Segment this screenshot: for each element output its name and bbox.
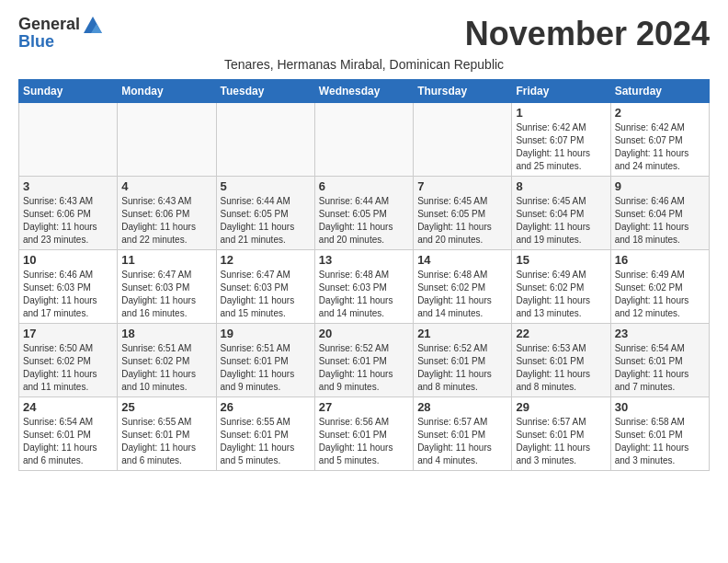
day-info: Sunrise: 6:52 AMSunset: 6:01 PMDaylight:… xyxy=(417,342,507,394)
day-info: Sunrise: 6:45 AMSunset: 6:04 PMDaylight:… xyxy=(516,195,606,247)
day-number: 12 xyxy=(221,253,311,267)
weekday-header-wednesday: Wednesday xyxy=(314,80,413,103)
calendar-day-cell: 22Sunrise: 6:53 AMSunset: 6:01 PMDayligh… xyxy=(512,324,610,397)
calendar-day-cell: 27Sunrise: 6:56 AMSunset: 6:01 PMDayligh… xyxy=(314,397,413,471)
day-number: 1 xyxy=(516,106,606,120)
calendar-day-cell: 19Sunrise: 6:51 AMSunset: 6:01 PMDayligh… xyxy=(216,324,314,397)
day-number: 18 xyxy=(121,327,211,340)
day-number: 23 xyxy=(615,327,705,340)
day-number: 8 xyxy=(516,179,606,193)
day-number: 6 xyxy=(319,179,409,193)
calendar-day-cell: 5Sunrise: 6:44 AMSunset: 6:05 PMDaylight… xyxy=(216,177,314,250)
logo-blue-text: Blue xyxy=(18,32,54,52)
calendar-day-cell: 26Sunrise: 6:55 AMSunset: 6:01 PMDayligh… xyxy=(216,397,314,471)
calendar-week-row: 1Sunrise: 6:42 AMSunset: 6:07 PMDaylight… xyxy=(19,103,710,177)
day-number: 24 xyxy=(23,400,113,414)
day-number: 16 xyxy=(615,253,705,267)
day-number: 9 xyxy=(615,179,705,193)
day-number: 22 xyxy=(516,327,606,340)
calendar-day-cell: 18Sunrise: 6:51 AMSunset: 6:02 PMDayligh… xyxy=(118,324,216,397)
calendar-day-cell: 11Sunrise: 6:47 AMSunset: 6:03 PMDayligh… xyxy=(118,250,216,324)
calendar-day-cell xyxy=(118,103,216,177)
calendar-day-cell: 17Sunrise: 6:50 AMSunset: 6:02 PMDayligh… xyxy=(19,324,118,397)
day-number: 13 xyxy=(319,253,409,267)
weekday-header-monday: Monday xyxy=(118,80,216,103)
day-info: Sunrise: 6:57 AMSunset: 6:01 PMDaylight:… xyxy=(516,416,606,467)
calendar-day-cell: 13Sunrise: 6:48 AMSunset: 6:03 PMDayligh… xyxy=(314,250,413,324)
calendar-week-row: 24Sunrise: 6:54 AMSunset: 6:01 PMDayligh… xyxy=(19,397,710,471)
month-title: November 2024 xyxy=(465,15,710,53)
calendar-day-cell: 28Sunrise: 6:57 AMSunset: 6:01 PMDayligh… xyxy=(414,397,512,471)
day-info: Sunrise: 6:54 AMSunset: 6:01 PMDaylight:… xyxy=(23,416,113,467)
day-number: 30 xyxy=(615,400,705,414)
weekday-header-row: SundayMondayTuesdayWednesdayThursdayFrid… xyxy=(19,80,710,103)
day-info: Sunrise: 6:55 AMSunset: 6:01 PMDaylight:… xyxy=(121,416,211,467)
day-info: Sunrise: 6:52 AMSunset: 6:01 PMDaylight:… xyxy=(319,342,409,394)
day-info: Sunrise: 6:42 AMSunset: 6:07 PMDaylight:… xyxy=(516,121,606,173)
weekday-header-friday: Friday xyxy=(512,80,610,103)
day-info: Sunrise: 6:43 AMSunset: 6:06 PMDaylight:… xyxy=(121,195,211,247)
calendar-day-cell: 29Sunrise: 6:57 AMSunset: 6:01 PMDayligh… xyxy=(512,397,610,471)
calendar-day-cell: 21Sunrise: 6:52 AMSunset: 6:01 PMDayligh… xyxy=(414,324,512,397)
day-number: 25 xyxy=(121,400,211,414)
day-info: Sunrise: 6:56 AMSunset: 6:01 PMDaylight:… xyxy=(319,416,409,467)
calendar-day-cell: 4Sunrise: 6:43 AMSunset: 6:06 PMDaylight… xyxy=(118,177,216,250)
day-number: 21 xyxy=(417,327,507,340)
day-info: Sunrise: 6:42 AMSunset: 6:07 PMDaylight:… xyxy=(615,121,705,173)
calendar-day-cell: 15Sunrise: 6:49 AMSunset: 6:02 PMDayligh… xyxy=(512,250,610,324)
day-number: 15 xyxy=(516,253,606,267)
calendar-day-cell: 2Sunrise: 6:42 AMSunset: 6:07 PMDaylight… xyxy=(610,103,709,177)
weekday-header-tuesday: Tuesday xyxy=(216,80,314,103)
calendar-day-cell xyxy=(19,103,118,177)
day-info: Sunrise: 6:58 AMSunset: 6:01 PMDaylight:… xyxy=(615,416,705,467)
calendar-day-cell: 24Sunrise: 6:54 AMSunset: 6:01 PMDayligh… xyxy=(19,397,118,471)
calendar-day-cell: 30Sunrise: 6:58 AMSunset: 6:01 PMDayligh… xyxy=(610,397,709,471)
day-info: Sunrise: 6:54 AMSunset: 6:01 PMDaylight:… xyxy=(615,342,705,394)
logo: General Blue xyxy=(18,15,102,52)
day-number: 28 xyxy=(417,400,507,414)
day-info: Sunrise: 6:48 AMSunset: 6:03 PMDaylight:… xyxy=(319,269,409,320)
day-number: 29 xyxy=(516,400,606,414)
calendar-day-cell: 9Sunrise: 6:46 AMSunset: 6:04 PMDaylight… xyxy=(610,177,709,250)
day-info: Sunrise: 6:49 AMSunset: 6:02 PMDaylight:… xyxy=(516,269,606,320)
calendar-day-cell: 20Sunrise: 6:52 AMSunset: 6:01 PMDayligh… xyxy=(314,324,413,397)
day-number: 11 xyxy=(121,253,211,267)
calendar-day-cell xyxy=(314,103,413,177)
calendar-week-row: 17Sunrise: 6:50 AMSunset: 6:02 PMDayligh… xyxy=(19,324,710,397)
calendar-day-cell: 7Sunrise: 6:45 AMSunset: 6:05 PMDaylight… xyxy=(414,177,512,250)
day-info: Sunrise: 6:50 AMSunset: 6:02 PMDaylight:… xyxy=(23,342,113,394)
day-info: Sunrise: 6:48 AMSunset: 6:02 PMDaylight:… xyxy=(417,269,507,320)
day-info: Sunrise: 6:44 AMSunset: 6:05 PMDaylight:… xyxy=(319,195,409,247)
day-info: Sunrise: 6:44 AMSunset: 6:05 PMDaylight:… xyxy=(221,195,311,247)
weekday-header-thursday: Thursday xyxy=(414,80,512,103)
calendar-table: SundayMondayTuesdayWednesdayThursdayFrid… xyxy=(18,79,710,471)
day-number: 19 xyxy=(221,327,311,340)
day-info: Sunrise: 6:47 AMSunset: 6:03 PMDaylight:… xyxy=(121,269,211,320)
day-number: 3 xyxy=(23,179,113,193)
logo-icon xyxy=(84,17,102,33)
day-number: 14 xyxy=(417,253,507,267)
calendar-day-cell xyxy=(216,103,314,177)
logo-general-text: General xyxy=(18,15,80,34)
day-info: Sunrise: 6:46 AMSunset: 6:03 PMDaylight:… xyxy=(23,269,113,320)
calendar-week-row: 3Sunrise: 6:43 AMSunset: 6:06 PMDaylight… xyxy=(19,177,710,250)
day-number: 7 xyxy=(417,179,507,193)
calendar-day-cell xyxy=(414,103,512,177)
day-info: Sunrise: 6:43 AMSunset: 6:06 PMDaylight:… xyxy=(23,195,113,247)
day-number: 20 xyxy=(319,327,409,340)
day-number: 27 xyxy=(319,400,409,414)
calendar-day-cell: 25Sunrise: 6:55 AMSunset: 6:01 PMDayligh… xyxy=(118,397,216,471)
day-info: Sunrise: 6:46 AMSunset: 6:04 PMDaylight:… xyxy=(615,195,705,247)
calendar-day-cell: 23Sunrise: 6:54 AMSunset: 6:01 PMDayligh… xyxy=(610,324,709,397)
day-info: Sunrise: 6:47 AMSunset: 6:03 PMDaylight:… xyxy=(221,269,311,320)
day-number: 2 xyxy=(615,106,705,120)
day-info: Sunrise: 6:53 AMSunset: 6:01 PMDaylight:… xyxy=(516,342,606,394)
day-info: Sunrise: 6:55 AMSunset: 6:01 PMDaylight:… xyxy=(221,416,311,467)
weekday-header-sunday: Sunday xyxy=(19,80,118,103)
weekday-header-saturday: Saturday xyxy=(610,80,709,103)
subtitle: Tenares, Hermanas Mirabal, Dominican Rep… xyxy=(18,57,710,72)
calendar-day-cell: 12Sunrise: 6:47 AMSunset: 6:03 PMDayligh… xyxy=(216,250,314,324)
day-info: Sunrise: 6:57 AMSunset: 6:01 PMDaylight:… xyxy=(417,416,507,467)
day-number: 17 xyxy=(23,327,113,340)
calendar-day-cell: 6Sunrise: 6:44 AMSunset: 6:05 PMDaylight… xyxy=(314,177,413,250)
